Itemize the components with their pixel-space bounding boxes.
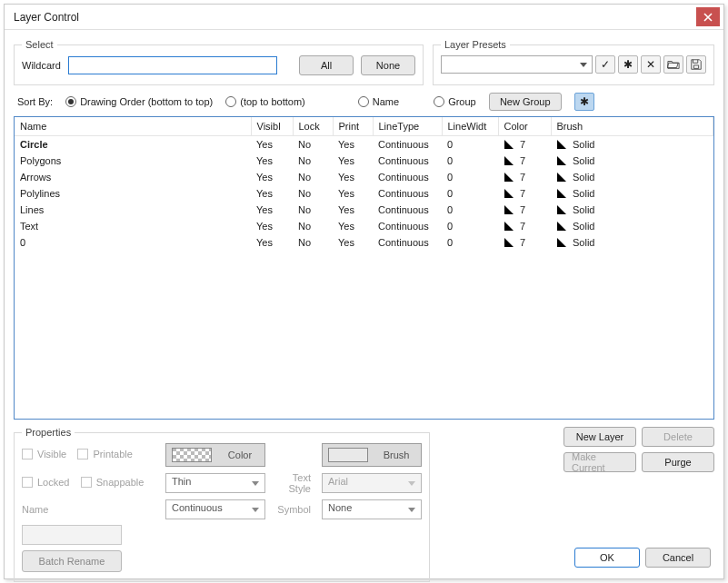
- preset-save-button[interactable]: [686, 55, 706, 74]
- titlebar: Layer Control: [5, 5, 723, 30]
- sort-radio-drawing-order-tb[interactable]: (top to bottom): [225, 96, 305, 107]
- presets-legend: Layer Presets: [441, 39, 510, 50]
- brush-swatch-icon: [556, 188, 567, 199]
- properties-legend: Properties: [22, 427, 75, 438]
- brush-picker[interactable]: Brush: [322, 443, 422, 467]
- brush-swatch-icon: [556, 139, 567, 150]
- color-swatch-icon: [504, 172, 514, 183]
- sort-by-row: Sort By: Drawing Order (bottom to top) (…: [17, 93, 714, 111]
- table-row[interactable]: CircleYesNoYesContinuous0 7 Solid: [15, 136, 713, 153]
- table-row[interactable]: PolylinesYesNoYesContinuous0 7 Solid: [15, 185, 713, 202]
- window-title: Layer Control: [14, 11, 696, 24]
- color-swatch-icon: [504, 204, 514, 215]
- brush-swatch-icon: [556, 221, 567, 232]
- color-swatch-icon: [504, 221, 514, 232]
- batch-rename-button[interactable]: Batch Rename: [22, 550, 122, 572]
- presets-select[interactable]: [441, 55, 593, 74]
- symbol-select[interactable]: None: [322, 499, 422, 519]
- layer-control-dialog: Layer Control Select Wildcard All None L…: [4, 4, 724, 579]
- table-row[interactable]: PolygonsYesNoYesContinuous0 7 Solid: [15, 153, 713, 169]
- brush-swatch-icon: [556, 237, 567, 248]
- cancel-button[interactable]: Cancel: [645, 548, 711, 568]
- preset-new-button[interactable]: ✱: [618, 55, 638, 74]
- symbol-label: Symbol: [273, 504, 314, 515]
- col-lock[interactable]: Lock: [293, 117, 333, 136]
- col-linewidth[interactable]: LineWidt: [442, 117, 498, 136]
- folder-open-icon: [667, 58, 680, 71]
- color-swatch-icon: [172, 448, 212, 462]
- col-color[interactable]: Color: [498, 117, 551, 136]
- asterisk-icon: ✱: [623, 58, 633, 71]
- layers-table: Name Visibl Lock Print LineType LineWidt…: [14, 116, 714, 420]
- color-swatch-icon: [504, 188, 514, 199]
- select-none-button[interactable]: None: [361, 55, 415, 75]
- close-button[interactable]: [696, 7, 720, 26]
- select-all-button[interactable]: All: [299, 55, 354, 75]
- delete-layer-button[interactable]: Delete: [642, 427, 714, 447]
- table-row[interactable]: 0YesNoYesContinuous0 7 Solid: [15, 234, 713, 251]
- delete-icon: ✕: [646, 58, 655, 71]
- check-printable[interactable]: Printable: [77, 449, 132, 459]
- col-brush[interactable]: Brush: [551, 117, 713, 136]
- wildcard-label: Wildcard: [22, 60, 61, 71]
- layer-presets-group: Layer Presets ✓ ✱ ✕: [433, 39, 714, 85]
- color-picker[interactable]: Color: [165, 443, 265, 467]
- brush-swatch-icon: [328, 448, 368, 462]
- table-row[interactable]: LinesYesNoYesContinuous0 7 Solid: [15, 202, 713, 218]
- select-legend: Select: [22, 39, 57, 50]
- sort-radio-drawing-order-bt[interactable]: Drawing Order (bottom to top): [65, 96, 213, 107]
- save-icon: [690, 58, 703, 71]
- asterisk-icon: ✱: [580, 95, 589, 108]
- ok-button[interactable]: OK: [574, 548, 640, 568]
- thickness-select[interactable]: Thin: [165, 473, 265, 493]
- table-row[interactable]: ArrowsYesNoYesContinuous0 7 Solid: [15, 169, 713, 185]
- sort-radio-name[interactable]: Name: [358, 96, 399, 107]
- purge-button[interactable]: Purge: [642, 452, 714, 472]
- check-icon: ✓: [601, 58, 610, 71]
- sort-radio-group[interactable]: Group: [434, 96, 476, 107]
- sort-by-label: Sort By:: [17, 96, 53, 107]
- text-style-select[interactable]: Arial: [322, 473, 422, 493]
- table-row[interactable]: TextYesNoYesContinuous0 7 Solid: [15, 218, 713, 234]
- name-input[interactable]: [22, 525, 122, 545]
- color-swatch-icon: [504, 139, 514, 150]
- text-style-label: Text Style: [273, 472, 314, 494]
- new-group-button[interactable]: New Group: [489, 93, 562, 111]
- dialog-buttons: OK Cancel: [574, 548, 711, 568]
- col-name[interactable]: Name: [15, 117, 251, 136]
- table-header-row: Name Visibl Lock Print LineType LineWidt…: [15, 117, 713, 136]
- check-locked[interactable]: Locked: [22, 477, 69, 488]
- brush-swatch-icon: [556, 204, 567, 215]
- properties-group: Properties Visible Printable Color Brush…: [14, 427, 430, 582]
- color-swatch-icon: [504, 155, 514, 166]
- col-print[interactable]: Print: [333, 117, 373, 136]
- new-layer-button[interactable]: New Layer: [563, 427, 636, 447]
- toggle-filter-button[interactable]: ✱: [574, 93, 594, 111]
- linetype-select[interactable]: Continuous: [165, 499, 265, 519]
- col-linetype[interactable]: LineType: [373, 117, 442, 136]
- brush-swatch-icon: [556, 172, 567, 183]
- make-current-button[interactable]: Make Current: [563, 452, 636, 472]
- name-label: Name: [22, 504, 158, 515]
- brush-swatch-icon: [556, 155, 567, 166]
- preset-open-button[interactable]: [663, 55, 683, 74]
- preset-delete-button[interactable]: ✕: [641, 55, 661, 74]
- select-group: Select Wildcard All None: [14, 39, 424, 85]
- wildcard-input[interactable]: [68, 56, 277, 74]
- check-snappable[interactable]: Snappable: [81, 477, 145, 488]
- preset-apply-button[interactable]: ✓: [595, 55, 615, 74]
- col-visible[interactable]: Visibl: [251, 117, 293, 136]
- color-swatch-icon: [504, 237, 514, 248]
- check-visible[interactable]: Visible: [22, 449, 66, 459]
- close-icon: [703, 13, 713, 22]
